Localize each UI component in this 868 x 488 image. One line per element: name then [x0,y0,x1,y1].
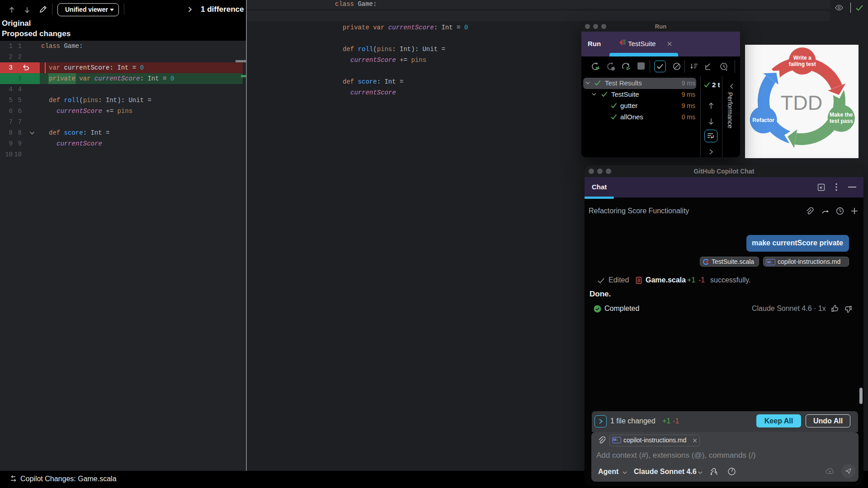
svg-text:Refactor: Refactor [752,117,774,123]
svg-text:TDD: TDD [781,91,822,114]
svg-text:Make the: Make the [830,112,853,118]
svg-text:failing test: failing test [789,61,816,67]
svg-text:Write a: Write a [793,55,811,61]
svg-text:test pass: test pass [830,118,853,124]
